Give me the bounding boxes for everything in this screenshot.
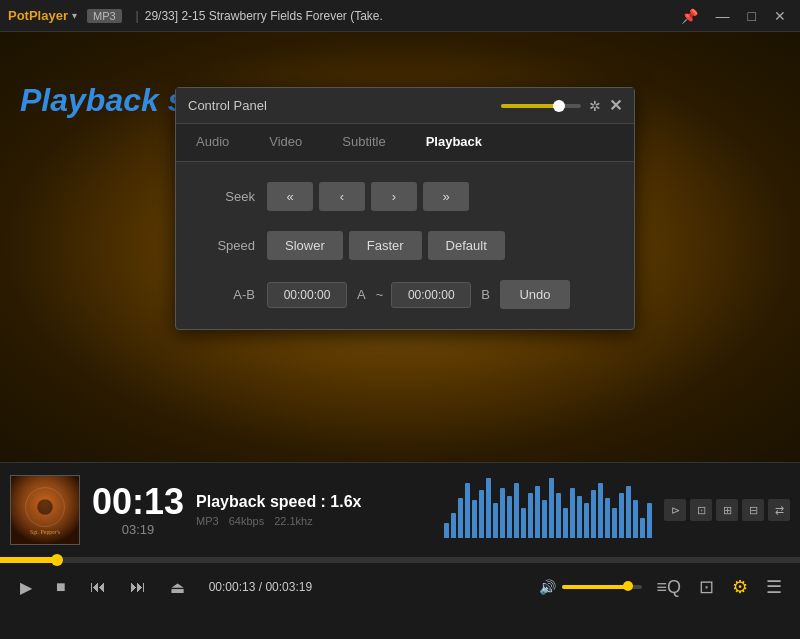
stop-button[interactable]: ■ [48,574,74,600]
spectrum-bar [577,496,582,538]
spectrum-bar [486,478,491,538]
logo-arrow[interactable]: ▾ [72,10,77,21]
control-panel-title: Control Panel [188,98,501,113]
icon-btn-2[interactable]: ⊡ [690,499,712,521]
spectrum-bar [591,490,596,538]
tab-video[interactable]: Video [249,124,322,161]
speed-row: Speed Slower Faster Default [200,231,610,260]
slower-button[interactable]: Slower [267,231,343,260]
spectrum-bar [647,503,652,538]
seek-rr-button[interactable]: « [267,182,313,211]
icon-btn-3[interactable]: ⊞ [716,499,738,521]
eject-button[interactable]: ⏏ [162,574,193,601]
track-format: MP3 [196,515,219,527]
track-samplerate: 22.1khz [274,515,313,527]
spectrum-bar [444,523,449,538]
ab-undo-button[interactable]: Undo [500,280,570,309]
album-art: Sgt. Pepper's [10,475,80,545]
spectrum-bar [633,500,638,538]
seek-buttons: « ‹ › » [267,182,469,211]
maximize-button[interactable]: □ [742,6,762,26]
spectrum-bar [521,508,526,538]
ab-letter-b: B [479,287,492,302]
right-icons: ⊳ ⊡ ⊞ ⊟ ⇄ [664,499,790,521]
seek-r-button[interactable]: ‹ [319,182,365,211]
spectrum-bar [542,500,547,538]
ab-row: A-B A ~ B Undo [200,280,610,309]
bottom-bar: Sgt. Pepper's 00:13 03:19 Playback speed… [0,462,800,557]
cp-header-controls: ✲ ✕ [501,96,622,115]
pin-button[interactable]: 📌 [675,6,704,26]
spectrum-bar [598,483,603,538]
spectrum-bar [619,493,624,538]
close-button[interactable]: ✕ [768,6,792,26]
spectrum-bar [472,500,477,538]
ab-label: A-B [200,287,255,302]
spectrum-bar [493,503,498,538]
bottom-controls: ▶ ■ ⏮ ⏭ ⏏ 00:00:13 / 00:03:19 🔊 ≡Q ⊡ ⚙ ☰ [0,563,800,611]
album-art-image: Sgt. Pepper's [11,476,79,544]
current-time: 00:13 [92,484,184,520]
spectrum-bar [549,478,554,538]
progress-bar[interactable] [0,557,800,563]
title-bar: PotPlayer ▾ MP3 | 29/33] 2-15 Strawberry… [0,0,800,32]
ab-time1-input[interactable] [267,282,347,308]
format-badge: MP3 [87,9,122,23]
track-info: Playback speed : 1.6x MP3 64kbps 22.1khz [196,493,432,527]
time-counter: 00:00:13 / 00:03:19 [209,580,312,594]
track-bitrate: 64kbps [229,515,264,527]
icon-btn-1[interactable]: ⊳ [664,499,686,521]
volume-icon: 🔊 [539,579,556,595]
ab-time2-input[interactable] [391,282,471,308]
ab-letter-a: A [355,287,368,302]
time-display: 00:13 03:19 [92,484,184,537]
volume-slider[interactable] [562,585,642,589]
spectrum-bar [500,488,505,538]
cp-brightness-slider[interactable] [501,104,581,108]
spectrum-bar [556,493,561,538]
play-button[interactable]: ▶ [12,574,40,601]
cp-pin-button[interactable]: ✲ [589,98,601,114]
cp-close-button[interactable]: ✕ [609,96,622,115]
icon-btn-5[interactable]: ⇄ [768,499,790,521]
cp-slider-fill [501,104,556,108]
minimize-button[interactable]: — [710,6,736,26]
prev-button[interactable]: ⏮ [82,574,114,600]
next-button[interactable]: ⏭ [122,574,154,600]
settings-button[interactable]: ⚙ [726,572,754,602]
icon-btn-4[interactable]: ⊟ [742,499,764,521]
tab-audio[interactable]: Audio [176,124,249,161]
speed-label: Speed [200,238,255,253]
seek-f-button[interactable]: › [371,182,417,211]
spectrum-bar [458,498,463,538]
tab-subtitle[interactable]: Subtitle [322,124,405,161]
subtitle-button[interactable]: ⊡ [693,572,720,602]
seek-ff-button[interactable]: » [423,182,469,211]
playlist-toggle-button[interactable]: ≡Q [650,573,687,602]
speed-buttons: Slower Faster Default [267,231,505,260]
spectrum-bar [612,508,617,538]
spectrum-bar [451,513,456,538]
seek-label: Seek [200,189,255,204]
spectrum-visualizer [444,483,652,538]
default-button[interactable]: Default [428,231,505,260]
progress-thumb [51,554,63,566]
spectrum-bar [528,493,533,538]
spectrum-bar [605,498,610,538]
control-panel: Control Panel ✲ ✕ Audio Video Subtitle P… [175,87,635,330]
right-controls: ≡Q ⊡ ⚙ ☰ [650,572,788,602]
seek-row: Seek « ‹ › » [200,182,610,211]
menu-button[interactable]: ☰ [760,572,788,602]
spectrum-bar [479,490,484,538]
faster-button[interactable]: Faster [349,231,422,260]
volume-control: 🔊 [539,579,642,595]
spectrum-bar [507,496,512,538]
window-title: 29/33] 2-15 Strawberry Fields Forever (T… [145,9,675,23]
spectrum-bar [570,488,575,538]
tab-playback[interactable]: Playback [406,124,502,161]
spectrum-bar [535,486,540,538]
cp-slider-thumb [553,100,565,112]
spectrum-bar [626,486,631,538]
spectrum-bar [465,483,470,538]
progress-fill [0,557,56,563]
